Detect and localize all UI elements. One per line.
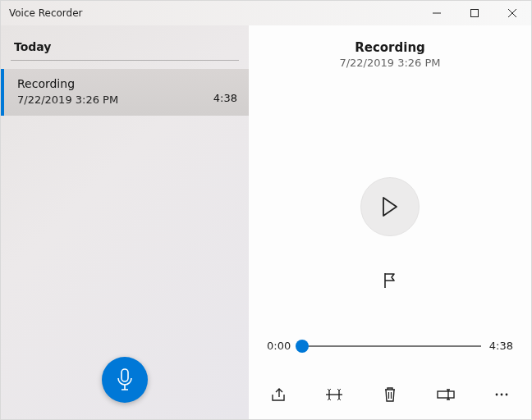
timeline: 0:00 4:38 [249,340,531,352]
seek-track[interactable] [299,345,481,347]
recording-list-item[interactable]: Recording 7/22/2019 3:26 PM 4:38 [1,69,249,116]
rename-icon [437,389,455,400]
delete-button[interactable] [377,381,403,408]
rename-button[interactable] [433,381,459,408]
recording-duration: 4:38 [213,92,237,106]
share-button[interactable] [265,381,291,408]
action-bar [249,381,531,408]
playback-panel: Recording 7/22/2019 3:26 PM 0:00 4:38 [249,25,531,419]
trim-button[interactable] [321,381,347,408]
playback-title: Recording [355,40,425,55]
share-icon [270,387,287,402]
section-divider [11,60,239,61]
more-icon [494,392,509,397]
minimize-icon [433,9,441,17]
microphone-icon [116,368,134,391]
add-marker-button[interactable] [375,266,405,295]
svg-point-3 [496,394,498,396]
minimize-button[interactable] [418,1,456,25]
close-button[interactable] [493,1,531,25]
svg-point-4 [501,394,503,396]
current-time-label: 0:00 [267,340,291,352]
flag-icon [383,272,397,289]
recordings-sidebar: Today Recording 7/22/2019 3:26 PM 4:38 [1,25,249,419]
titlebar[interactable]: Voice Recorder [1,1,531,25]
trim-icon [325,388,343,401]
seek-thumb[interactable] [296,340,309,353]
play-icon [381,196,399,217]
recording-date: 7/22/2019 3:26 PM [17,94,213,106]
app-title: Voice Recorder [9,7,83,19]
play-button[interactable] [360,177,420,236]
recording-info: Recording 7/22/2019 3:26 PM [17,77,213,106]
content-area: Today Recording 7/22/2019 3:26 PM 4:38 R… [1,25,531,419]
svg-rect-2 [438,391,454,398]
svg-point-5 [506,394,508,396]
delete-icon [383,386,397,403]
close-icon [508,9,516,17]
record-button[interactable] [102,357,148,403]
section-header-today: Today [1,25,249,60]
maximize-icon [470,9,479,17]
recording-title: Recording [17,77,213,90]
total-time-label: 4:38 [489,340,513,352]
window-controls [418,1,531,25]
maximize-button[interactable] [456,1,493,25]
app-window: Voice Recorder Today Recording 7/22/2019… [0,0,532,420]
svg-rect-0 [471,10,479,17]
more-button[interactable] [488,381,515,408]
svg-rect-1 [122,369,128,381]
playback-date: 7/22/2019 3:26 PM [339,57,440,69]
